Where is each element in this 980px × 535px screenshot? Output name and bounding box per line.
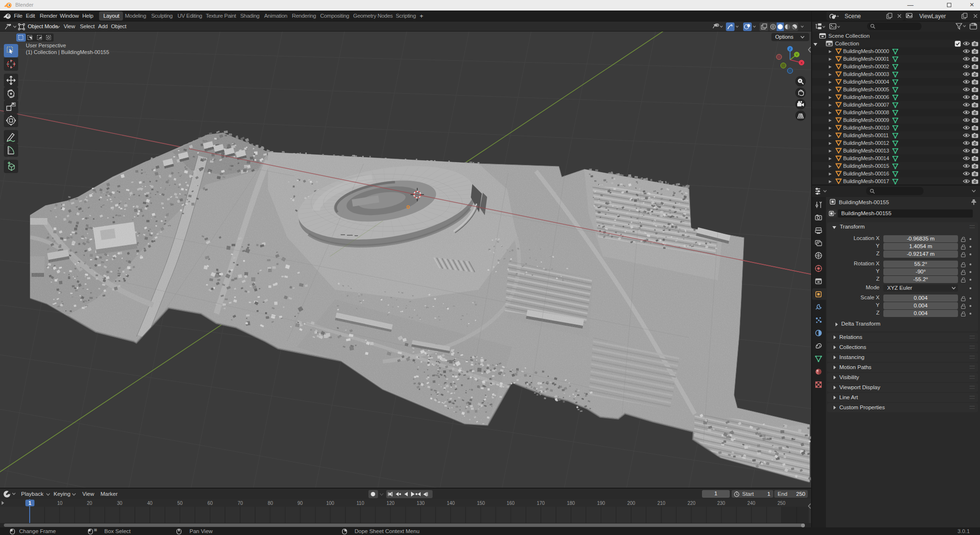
svg-text:X: X <box>800 61 803 65</box>
svg-text:Y: Y <box>795 53 798 57</box>
svg-text:Z: Z <box>789 47 791 51</box>
